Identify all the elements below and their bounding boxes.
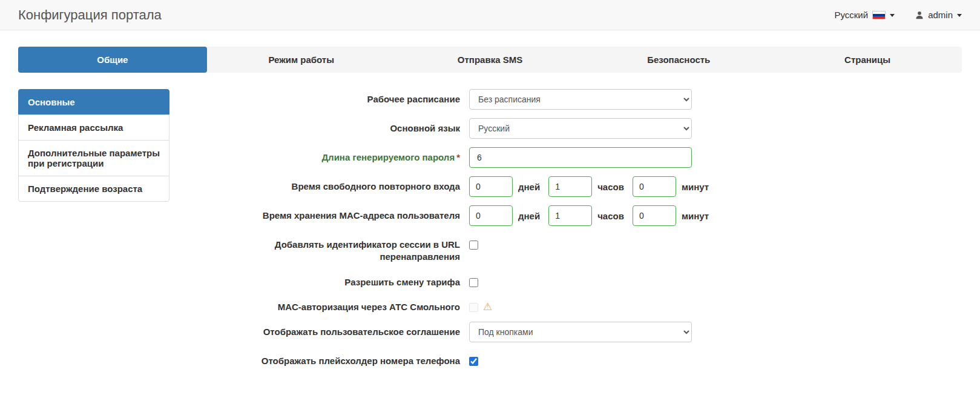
settings-form: Рабочее расписание Без расписания Основн… xyxy=(169,89,962,376)
free-reentry-label: Время свободного повторного входа xyxy=(239,176,469,193)
minutes-unit-label: минут xyxy=(682,182,709,192)
password-length-input[interactable] xyxy=(469,147,692,168)
mac-storage-hours-input[interactable] xyxy=(548,205,592,226)
sidebar-item-age-confirmation[interactable]: Подтверждение возраста xyxy=(18,176,169,202)
form-row-tariff-change: Разрешить смену тарифа xyxy=(169,272,962,288)
tab-general[interactable]: Общие xyxy=(18,47,207,73)
main-language-select[interactable]: Русский xyxy=(469,118,692,139)
warning-icon: ⚠ xyxy=(483,302,492,312)
free-reentry-hours-input[interactable] xyxy=(548,176,592,197)
main-language-label: Основной язык xyxy=(239,118,469,134)
tab-work-mode[interactable]: Режим работы xyxy=(207,47,396,73)
form-row-mac-auth: MAC-авторизация через АТС Смольного ⚠ xyxy=(169,297,962,313)
mac-storage-days-input[interactable] xyxy=(469,205,513,226)
language-dropdown[interactable]: Русский xyxy=(834,10,895,20)
tab-sms[interactable]: Отправка SMS xyxy=(396,47,585,73)
caret-down-icon xyxy=(957,14,962,17)
form-row-session-id-url: Добавлять идентификатор сессии в URL пер… xyxy=(169,234,962,264)
hours-unit-label: часов xyxy=(597,182,624,192)
schedule-select[interactable]: Без расписания xyxy=(469,89,692,110)
free-reentry-days-input[interactable] xyxy=(469,176,513,197)
form-row-main-language: Основной язык Русский xyxy=(169,118,962,139)
form-row-phone-placeholder: Отображать плейсхолдер номера телефона xyxy=(169,351,962,367)
schedule-label: Рабочее расписание xyxy=(239,89,469,105)
username-label: admin xyxy=(928,10,953,20)
language-label: Русский xyxy=(834,10,868,20)
password-length-label: Длина генерируемого пароля* xyxy=(239,147,469,164)
page-title: Конфигурация портала xyxy=(18,7,162,23)
sidebar: Основные Рекламная рассылка Дополнительн… xyxy=(18,89,169,202)
free-reentry-minutes-input[interactable] xyxy=(633,176,676,197)
sidebar-item-ad-mailing[interactable]: Рекламная рассылка xyxy=(18,115,169,141)
sidebar-item-main[interactable]: Основные xyxy=(18,89,169,115)
phone-placeholder-checkbox[interactable] xyxy=(469,357,478,366)
caret-down-icon xyxy=(890,14,895,17)
user-agreement-select[interactable]: Под кнопками xyxy=(469,322,692,342)
mac-auth-label: MAC-авторизация через АТС Смольного xyxy=(239,297,469,313)
form-row-user-agreement: Отображать пользовательское соглашение П… xyxy=(169,322,962,342)
main-area: Основные Рекламная рассылка Дополнительн… xyxy=(18,89,962,376)
user-agreement-label: Отображать пользовательское соглашение xyxy=(239,322,469,338)
hours-unit-label: часов xyxy=(597,211,624,221)
form-row-schedule: Рабочее расписание Без расписания xyxy=(169,89,962,110)
user-dropdown[interactable]: admin xyxy=(915,10,962,20)
mac-storage-minutes-input[interactable] xyxy=(633,205,676,226)
session-id-url-label: Добавлять идентификатор сессии в URL пер… xyxy=(239,234,469,264)
form-row-mac-storage: Время хранения MAC-адреса пользователя д… xyxy=(169,205,962,226)
topbar-right: Русский admin xyxy=(834,10,962,20)
mac-storage-label: Время хранения MAC-адреса пользователя xyxy=(239,205,469,222)
form-row-password-length: Длина генерируемого пароля* xyxy=(169,147,962,168)
form-row-free-reentry: Время свободного повторного входа дней ч… xyxy=(169,176,962,197)
mac-auth-checkbox xyxy=(469,303,478,312)
required-asterisk: * xyxy=(456,152,460,162)
tab-security[interactable]: Безопасность xyxy=(584,47,773,73)
tariff-change-label: Разрешить смену тарифа xyxy=(239,272,469,288)
days-unit-label: дней xyxy=(518,182,540,192)
tab-pages[interactable]: Страницы xyxy=(773,47,962,73)
session-id-url-checkbox[interactable] xyxy=(469,241,478,250)
flag-ru-icon xyxy=(872,11,886,19)
minutes-unit-label: минут xyxy=(682,211,709,221)
tab-bar: Общие Режим работы Отправка SMS Безопасн… xyxy=(18,47,962,73)
days-unit-label: дней xyxy=(518,211,540,221)
user-icon xyxy=(915,11,924,19)
phone-placeholder-label: Отображать плейсхолдер номера телефона xyxy=(239,351,469,367)
sidebar-item-extra-registration-params[interactable]: Дополнительные параметры при регистрации xyxy=(18,140,169,176)
topbar: Конфигурация портала Русский admin xyxy=(0,0,980,30)
password-length-label-text: Длина генерируемого пароля xyxy=(321,152,455,162)
tariff-change-checkbox[interactable] xyxy=(469,278,478,287)
content: Общие Режим работы Отправка SMS Безопасн… xyxy=(0,47,980,376)
